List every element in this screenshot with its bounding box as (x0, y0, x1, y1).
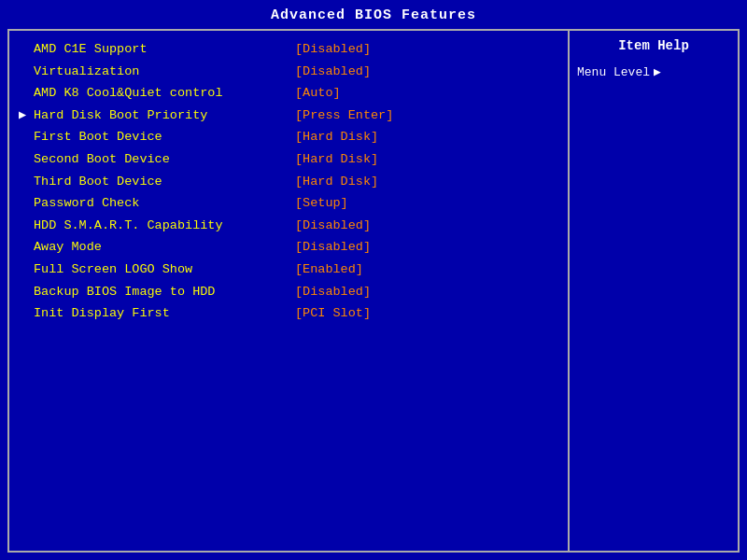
row-value: [Hard Disk] (295, 149, 378, 170)
bios-row[interactable]: AMD K8 Cool&Quiet control[Auto] (19, 82, 568, 105)
row-value: [Enabled] (295, 259, 363, 280)
row-label: Second Boot Device (34, 149, 295, 170)
bios-row[interactable]: Away Mode[Disabled] (19, 236, 568, 259)
row-label: Away Mode (34, 237, 295, 258)
row-value: [Setup] (295, 193, 348, 214)
bios-row[interactable]: Full Screen LOGO Show[Enabled] (19, 259, 568, 281)
bios-row[interactable]: AMD C1E Support[Disabled] (19, 38, 568, 61)
row-value: [Disabled] (295, 237, 371, 258)
title-bar: Advanced BIOS Features (0, 0, 747, 27)
row-label: AMD K8 Cool&Quiet control (34, 83, 295, 104)
row-value: [Press Enter] (295, 105, 393, 126)
row-label: Full Screen LOGO Show (34, 259, 295, 280)
row-value: [Hard Disk] (295, 127, 378, 147)
row-label: Virtualization (34, 62, 295, 82)
bios-row[interactable]: Password Check[Setup] (19, 192, 568, 215)
bios-row[interactable]: HDD S.M.A.R.T. Capability[Disabled] (19, 215, 568, 237)
bios-row[interactable]: ▶Hard Disk Boot Priority[Press Enter] (19, 105, 568, 127)
row-value: [Hard Disk] (295, 172, 378, 192)
menu-level: Menu Level ▶ (577, 64, 661, 79)
row-value: [Disabled] (295, 282, 371, 302)
bios-row[interactable]: Third Boot Device[Hard Disk] (19, 171, 568, 193)
row-value: [Disabled] (295, 62, 371, 82)
row-label: Backup BIOS Image to HDD (34, 282, 295, 302)
row-label: Hard Disk Boot Priority (34, 105, 295, 126)
row-label: AMD C1E Support (34, 39, 295, 60)
row-label: First Boot Device (34, 127, 295, 147)
row-value: [Auto] (295, 83, 341, 104)
row-label: Third Boot Device (34, 172, 295, 192)
row-label: HDD S.M.A.R.T. Capability (34, 216, 295, 236)
row-value: [Disabled] (295, 39, 371, 60)
bios-row[interactable]: First Boot Device[Hard Disk] (19, 126, 568, 148)
item-help-title: Item Help (577, 38, 730, 53)
subtitle: Advanced BIOS Features (271, 7, 476, 23)
row-label: Init Display First (34, 303, 295, 324)
bios-row[interactable]: Virtualization[Disabled] (19, 61, 568, 83)
menu-level-arrow: ▶ (654, 64, 661, 79)
left-panel: AMD C1E Support[Disabled]Virtualization[… (9, 31, 570, 551)
right-panel: Item Help Menu Level ▶ (570, 31, 738, 551)
main-content: AMD C1E Support[Disabled]Virtualization[… (7, 29, 740, 553)
bios-row[interactable]: Backup BIOS Image to HDD[Disabled] (19, 281, 568, 303)
row-pointer: ▶ (19, 105, 34, 126)
row-value: [Disabled] (295, 216, 371, 236)
row-label: Password Check (34, 193, 295, 214)
bios-row[interactable]: Init Display First[PCI Slot] (19, 302, 568, 325)
bios-row[interactable]: Second Boot Device[Hard Disk] (19, 148, 568, 171)
row-value: [PCI Slot] (295, 303, 371, 324)
menu-level-label: Menu Level (577, 65, 650, 79)
